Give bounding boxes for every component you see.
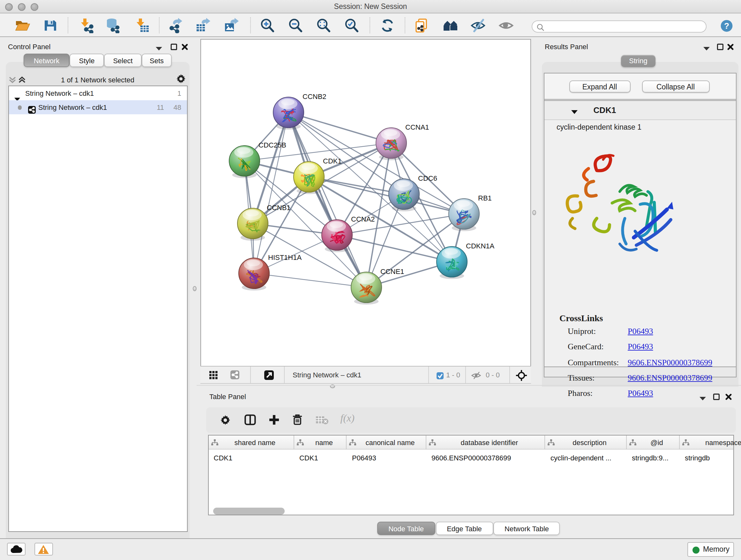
window-title: Session: New Session [0,2,741,10]
main-toolbar: ? [0,13,741,37]
import-network-from-database-icon[interactable] [105,18,121,33]
cloud-status-button[interactable] [7,543,25,556]
results-panel-float-icon[interactable] [702,45,710,52]
gene-section-header[interactable]: CDK1 [544,101,736,120]
network-snapshot-icon[interactable] [414,18,430,33]
network-node-CDKN1A[interactable] [436,246,467,279]
help-button[interactable]: ? [720,19,733,32]
save-session-icon[interactable] [42,18,59,33]
tab-node-table[interactable]: Node Table [377,521,435,535]
tab-edge-table[interactable]: Edge Table [435,521,493,535]
crosslink-url[interactable]: 9606.ENSP00000378699 [628,373,712,383]
collapse-all-networks-icon[interactable] [8,75,17,85]
crosslink-label: Compartments: [568,357,619,368]
table-cell[interactable]: 9606.ENSP00000378699 [431,451,544,465]
control-panel-float-icon[interactable] [155,45,163,52]
network-edge[interactable] [288,112,391,143]
hidden-nodes-edges-count: 0 - 0 [486,371,500,379]
selected-checkbox-icon[interactable] [436,372,444,380]
column-header-namespace[interactable]: namespace [680,435,741,449]
table-settings-gear-icon[interactable] [220,415,231,426]
column-header-description[interactable]: description [545,435,627,449]
show-graphics-details-eye-icon[interactable] [498,18,515,33]
export-network-icon[interactable] [167,18,184,33]
table-cell[interactable]: cyclin-dependent ... [550,451,625,465]
search-input[interactable] [532,20,706,33]
column-header-name[interactable]: name [294,435,347,449]
network-node-HIST1H1A[interactable] [239,258,269,291]
open-in-window-icon[interactable] [264,370,274,381]
crosslink-url[interactable]: P06493 [628,326,653,336]
center-view-crosshair-icon[interactable] [516,370,527,382]
import-network-from-file-icon[interactable] [78,18,95,33]
zoom-fit-icon[interactable] [315,18,332,33]
column-header-shared-name[interactable]: shared name [209,435,294,449]
table-cell[interactable]: P06493 [352,451,425,465]
results-panel-close-icon[interactable] [727,44,734,52]
results-tab-string[interactable]: String [621,55,656,67]
export-table-icon[interactable] [195,18,212,33]
export-image-icon[interactable] [223,18,239,33]
network-node-RB1[interactable] [449,199,479,231]
zoom-out-icon[interactable] [287,18,304,33]
crosslink-url[interactable]: P06493 [628,341,653,352]
column-type-icon [548,439,555,446]
column-header--id[interactable]: @id [627,435,680,449]
horizontal-scrollbar-thumb[interactable] [213,508,285,515]
network-edge[interactable] [337,235,452,262]
hide-selected-eye-icon[interactable] [469,18,486,33]
network-node-CCNB1[interactable] [238,208,268,241]
table-panel-close-icon[interactable] [725,393,732,401]
warning-status-button[interactable] [35,543,53,556]
gene-collapse-icon[interactable] [570,108,578,116]
network-node-CDC6[interactable] [389,179,419,211]
zoom-selected-icon[interactable] [343,18,360,33]
collapse-all-button[interactable]: Collapse All [642,80,710,92]
table-cell[interactable]: stringdb [685,451,741,465]
tab-sets[interactable]: Sets [142,54,172,67]
control-panel-maximize-icon[interactable] [171,44,178,52]
table-cell[interactable]: CDK1 [299,451,346,465]
import-table-from-file-icon[interactable] [134,18,151,33]
control-panel-close-icon[interactable] [181,44,188,52]
network-options-gear-icon[interactable] [176,74,186,85]
network-collection-row[interactable]: String Network – cdk1 1 [9,86,187,100]
memory-button[interactable]: Memory [687,542,734,557]
network-selected-summary: 1 of 1 Network selected [30,76,165,84]
zoom-in-icon[interactable] [259,18,276,33]
right-splitter-handle[interactable] [532,210,536,215]
first-neighbors-icon[interactable] [442,18,459,33]
tab-select[interactable]: Select [104,54,142,67]
string-view-icon[interactable] [230,370,239,381]
network-node-CCNE1[interactable] [351,272,382,305]
tab-style[interactable]: Style [70,54,104,67]
network-row[interactable]: String Network – cdk1 11 48 [9,100,187,114]
network-edge[interactable] [254,112,288,273]
network-node-CCNA1[interactable] [376,128,407,160]
open-session-icon[interactable] [14,18,30,33]
birds-eye-view-icon[interactable] [209,371,218,381]
show-columns-icon[interactable] [245,414,256,426]
table-panel-float-icon[interactable] [699,395,706,402]
crosslink-url[interactable]: 9606.ENSP00000378699 [628,357,712,368]
network-node-CDC25B[interactable] [229,145,260,178]
add-column-icon[interactable] [269,414,280,426]
table-panel-maximize-icon[interactable] [713,393,720,401]
network-edge[interactable] [254,273,366,287]
refresh-view-icon[interactable] [379,18,395,33]
table-cell[interactable]: stringdb:9... [632,451,678,465]
table-cell[interactable]: CDK1 [214,451,293,465]
column-header-canonical-name[interactable]: canonical name [347,435,426,449]
delete-column-trash-icon[interactable] [293,414,303,426]
crosslink-row: GeneCard:P06493 [544,341,736,353]
tab-network[interactable]: Network [23,54,70,67]
expand-all-networks-icon[interactable] [18,75,26,85]
results-buttons-box: Expand All Collapse All [543,73,736,99]
network-edge[interactable] [309,177,464,214]
left-splitter-handle[interactable] [193,286,197,291]
tab-network-table[interactable]: Network Table [494,521,560,535]
network-node-CCNA2[interactable] [322,220,352,252]
results-panel-maximize-icon[interactable] [717,44,724,52]
column-header-database-identifier[interactable]: database identifier [426,435,545,449]
expand-all-button[interactable]: Expand All [569,80,630,92]
